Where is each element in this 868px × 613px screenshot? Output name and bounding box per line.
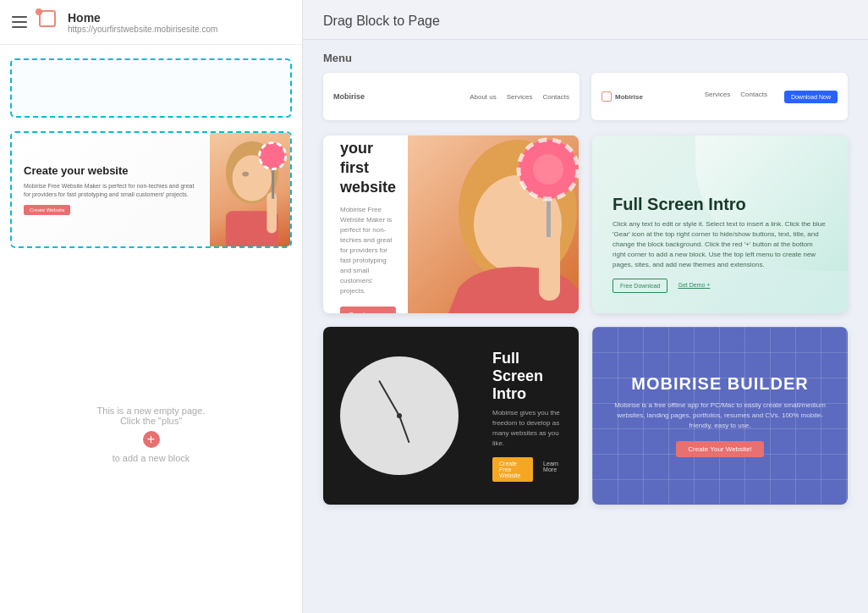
hero-cta-btn[interactable]: Create Website — [340, 306, 396, 313]
menu-card-1-brand: Mobirise — [333, 92, 365, 101]
menu2-link-contacts: Contacts — [740, 91, 767, 103]
header-text: Home https://yourfirstwebsite.mobirisesi… — [68, 11, 217, 34]
fullscreen-light-card[interactable]: Full Screen Intro Click any text to edit… — [592, 135, 848, 313]
dragged-card-title: Create your website — [24, 164, 201, 179]
menu2-cta-btn[interactable]: Download Now — [784, 91, 838, 103]
svg-point-16 — [533, 154, 563, 185]
svg-point-11 — [482, 218, 533, 252]
girl-image-placeholder — [210, 133, 290, 246]
sidebar-header: Home https://yourfirstwebsite.mobirisesi… — [0, 0, 302, 45]
fullscreen-light-title: Full Screen Intro — [613, 195, 827, 214]
home-url: https://yourfirstwebsite.mobirisesite.co… — [68, 25, 217, 34]
dragged-card-btn[interactable]: Create Website — [24, 205, 70, 215]
fullscreen-light-btn1[interactable]: Free Download — [613, 279, 667, 293]
dragged-card-desc: Mobirise Free Website Maker is perfect f… — [24, 182, 201, 199]
empty-line1: This is a new empty page. — [97, 406, 206, 416]
hero-content-card[interactable]: Create your first website Mobirise Free … — [323, 135, 579, 313]
fullscreen-light-btns: Free Download Get Demo + — [613, 279, 827, 293]
menu-section: Mobirise About us Services Contacts Mobi… — [303, 73, 868, 135]
sidebar-dragged-card: Create your website Mobirise Free Websit… — [10, 131, 292, 248]
builder-desc: Mobirise is a free offline app for PC/Ma… — [613, 400, 827, 431]
fullscreen-light-desc: Click any text to edit or style it. Sele… — [613, 219, 827, 270]
main-panel-header: Drag Block to Page — [303, 0, 868, 40]
svg-rect-3 — [266, 192, 277, 234]
menu-card-1[interactable]: Mobirise About us Services Contacts — [323, 73, 580, 120]
sidebar-empty-block — [10, 58, 292, 118]
empty-line3: to add a new block — [113, 453, 190, 463]
clock-card-desc: Mobirise gives you the freedom to develo… — [492, 408, 562, 449]
menu-card-2-logo: Mobirise — [602, 91, 643, 102]
clock-content-card[interactable]: Full Screen Intro Mobirise gives you the… — [323, 327, 579, 505]
menu-link-services: Services — [507, 93, 533, 101]
sidebar: Home https://yourfirstwebsite.mobirisesi… — [0, 0, 303, 613]
drag-block-label: Drag Block to Page — [323, 14, 440, 28]
clock-hour-hand — [398, 416, 410, 444]
clock-face — [340, 356, 459, 475]
clock-btn1[interactable]: Create Free Website — [492, 457, 533, 482]
add-block-plus-button[interactable]: + — [143, 431, 160, 448]
hero-image-side — [408, 135, 579, 313]
builder-cta-btn[interactable]: Create Your Website! — [676, 441, 763, 457]
clock-visual — [323, 327, 475, 505]
dragged-card-text: Create your website Mobirise Free Websit… — [12, 152, 210, 226]
clock-minute-hand — [378, 380, 400, 417]
clock-center — [397, 413, 402, 418]
sidebar-empty-page-msg: This is a new empty page. Click the "plu… — [0, 255, 302, 613]
menu-link-about: About us — [470, 93, 497, 101]
menu-cards-row: Mobirise About us Services Contacts Mobi… — [323, 73, 848, 120]
svg-point-7 — [242, 172, 249, 177]
clock-btn2[interactable]: Learn More — [540, 457, 562, 482]
clock-card-btns: Create Free Website Learn More — [492, 457, 562, 482]
home-title: Home — [68, 11, 217, 25]
clock-text-side: Full Screen Intro Mobirise gives you the… — [475, 329, 579, 502]
hamburger-menu-icon[interactable] — [12, 16, 27, 28]
dragged-card-image — [210, 133, 290, 246]
hero-text-side: Create your first website Mobirise Free … — [323, 135, 408, 313]
content-grid: Create your first website Mobirise Free … — [303, 135, 868, 525]
dragged-card-inner: Create your website Mobirise Free Websit… — [12, 133, 290, 246]
menu-section-label: Menu — [303, 40, 868, 73]
hero-title: Create your first website — [340, 135, 396, 198]
empty-line2: Click the "plus" — [120, 416, 182, 426]
menu-card-2-links: Services Contacts Download Now — [705, 91, 838, 103]
menu-card-2[interactable]: Mobirise Services Contacts Download Now — [591, 73, 848, 120]
clock-card-title: Full Screen Intro — [492, 350, 562, 403]
fullscreen-light-btn2[interactable]: Get Demo + — [674, 279, 713, 293]
mini-logo-square — [602, 91, 612, 102]
menu-card-2-brand: Mobirise — [615, 93, 643, 101]
main-panel: Drag Block to Page Menu Mobirise About u… — [303, 0, 868, 613]
hero-desc: Mobirise Free Website Maker is perfect f… — [340, 205, 396, 296]
builder-content-card[interactable]: MOBIRISE BUILDER Mobirise is a free offl… — [592, 327, 848, 505]
menu-link-contacts: Contacts — [542, 93, 569, 101]
menu-card-1-links: About us Services Contacts — [470, 93, 569, 101]
builder-title: MOBIRISE BUILDER — [631, 374, 808, 394]
app-logo — [36, 10, 59, 34]
menu2-link-services: Services — [705, 91, 731, 103]
fullscreen-light-content: Full Screen Intro Click any text to edit… — [613, 195, 827, 293]
